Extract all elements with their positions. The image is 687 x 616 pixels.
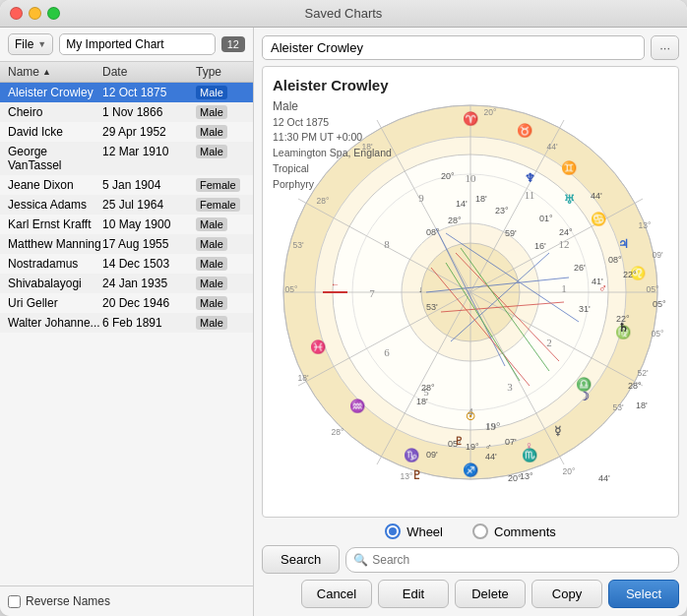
row-type: Female (196, 198, 240, 212)
svg-text:44': 44' (485, 452, 497, 462)
search-button[interactable]: Search (262, 545, 340, 574)
bottom-left: Reverse Names (0, 585, 253, 616)
svg-text:♐: ♐ (463, 462, 479, 478)
svg-text:53': 53' (292, 240, 303, 250)
edit-button[interactable]: Edit (378, 580, 449, 608)
svg-text:2: 2 (546, 337, 552, 348)
svg-text:23°: 23° (495, 206, 509, 216)
table-row[interactable]: Walter Johanne...6 Feb 1891Male (0, 313, 253, 333)
svg-text:9: 9 (418, 192, 424, 204)
table-body: Aleister Crowley12 Oct 1875MaleCheiro1 N… (0, 83, 253, 585)
svg-text:7: 7 (369, 287, 375, 299)
person-date: 12 Oct 1875 (273, 115, 392, 131)
svg-text:18': 18' (416, 397, 428, 406)
row-date: 25 Jul 1964 (102, 198, 196, 212)
svg-text:♅: ♅ (564, 193, 575, 207)
table-row[interactable]: Nostradamus14 Dec 1503Male (0, 254, 253, 274)
close-button[interactable] (10, 7, 23, 20)
person-time: 11:30 PM UT +0:00 (273, 130, 392, 146)
col-date-header[interactable]: Date (102, 65, 196, 79)
maximize-button[interactable] (47, 7, 60, 20)
row-name: Nostradamus (8, 257, 102, 271)
right-panel: ··· Aleister Crowley Male 12 Oct 1875 11… (254, 28, 687, 616)
chart-title-input[interactable] (262, 35, 645, 60)
svg-text:♂: ♂ (485, 442, 492, 452)
svg-text:13°: 13° (520, 471, 533, 481)
col-name-header[interactable]: Name ▲ (8, 65, 102, 79)
svg-text:05°: 05° (653, 299, 666, 309)
table-row[interactable]: David Icke29 Apr 1952Male (0, 122, 253, 142)
file-label: File (15, 37, 33, 51)
table-row[interactable]: Matthew Manning17 Aug 1955Male (0, 234, 253, 254)
svg-text:20°: 20° (484, 107, 497, 117)
table-row[interactable]: Uri Geller20 Dec 1946Male (0, 293, 253, 313)
svg-text:08°: 08° (426, 227, 440, 237)
reverse-names-checkbox[interactable] (8, 595, 21, 608)
row-type: Male (196, 257, 227, 271)
row-name: Aleister Crowley (8, 86, 102, 99)
comments-option[interactable]: Comments (472, 524, 556, 539)
svg-text:16': 16' (534, 241, 546, 251)
svg-text:18': 18' (475, 194, 487, 204)
svg-text:18': 18' (636, 400, 648, 410)
file-button[interactable]: File ▼ (8, 33, 53, 55)
select-button[interactable]: Select (608, 580, 679, 608)
row-type: Male (196, 125, 227, 139)
svg-text:44': 44' (598, 473, 610, 483)
cancel-button[interactable]: Cancel (301, 580, 372, 608)
wheel-radio[interactable] (385, 524, 401, 539)
svg-text:05°: 05° (285, 284, 298, 294)
row-type: Male (196, 316, 227, 330)
table-row[interactable]: George VanTassel12 Mar 1910Male (0, 142, 253, 175)
wheel-option[interactable]: Wheel (385, 524, 443, 539)
wheel-label: Wheel (406, 524, 443, 539)
svg-text:18': 18' (297, 373, 308, 383)
row-date: 14 Dec 1503 (102, 257, 196, 271)
reverse-names-label[interactable]: Reverse Names (8, 594, 110, 608)
svg-text:09': 09' (426, 450, 438, 460)
search-row: Search 🔍 (262, 545, 679, 574)
chart-container: Aleister Crowley Male 12 Oct 1875 11:30 … (262, 66, 679, 518)
svg-text:05°: 05° (652, 329, 664, 339)
svg-text:1: 1 (561, 282, 567, 294)
row-name: Matthew Manning (8, 237, 102, 251)
svg-text:10: 10 (466, 172, 477, 184)
table-row[interactable]: Jessica Adams25 Jul 1964Female (0, 195, 253, 215)
table-row[interactable]: Shivabalayogi24 Jan 1935Male (0, 274, 253, 293)
table-row[interactable]: Cheiro1 Nov 1866Male (0, 102, 253, 122)
row-name: Walter Johanne... (8, 316, 102, 330)
svg-text:3: 3 (507, 381, 513, 393)
svg-text:19°: 19° (466, 442, 479, 452)
row-name: Karl Ernst Krafft (8, 217, 102, 231)
comments-radio[interactable] (472, 524, 488, 539)
person-system2: Porphyry (273, 177, 392, 193)
chart-count-badge: 12 (221, 36, 245, 52)
person-name: Aleister Crowley (273, 75, 392, 97)
svg-text:05°: 05° (647, 284, 659, 294)
svg-text:28°: 28° (628, 381, 642, 391)
row-type: Male (196, 296, 227, 310)
svg-text:26': 26' (574, 263, 586, 273)
table-row[interactable]: Jeane Dixon5 Jan 1904Female (0, 175, 253, 195)
chart-title-bar: ··· (262, 35, 679, 60)
chart-info: Aleister Crowley Male 12 Oct 1875 11:30 … (273, 75, 392, 192)
svg-text:←: ← (331, 279, 340, 289)
row-date: 5 Jan 1904 (102, 178, 196, 192)
delete-button[interactable]: Delete (455, 580, 526, 608)
table-row[interactable]: Aleister Crowley12 Oct 1875Male (0, 83, 253, 102)
col-type-header[interactable]: Type (196, 65, 245, 79)
copy-button[interactable]: Copy (531, 580, 602, 608)
row-name: Cheiro (8, 105, 102, 119)
svg-text:09': 09' (652, 250, 662, 260)
table-row[interactable]: Karl Ernst Krafft10 May 1900Male (0, 215, 253, 234)
row-type: Male (196, 86, 227, 99)
row-name: George VanTassel (8, 145, 102, 172)
svg-text:20°: 20° (563, 466, 576, 476)
more-button[interactable]: ··· (651, 35, 679, 60)
minimize-button[interactable] (29, 7, 41, 20)
svg-text:13°: 13° (639, 220, 652, 230)
svg-text:22°: 22° (623, 270, 637, 279)
table-header: Name ▲ Date Type (0, 62, 253, 83)
search-input[interactable] (345, 547, 679, 573)
svg-text:♊: ♊ (561, 159, 578, 176)
